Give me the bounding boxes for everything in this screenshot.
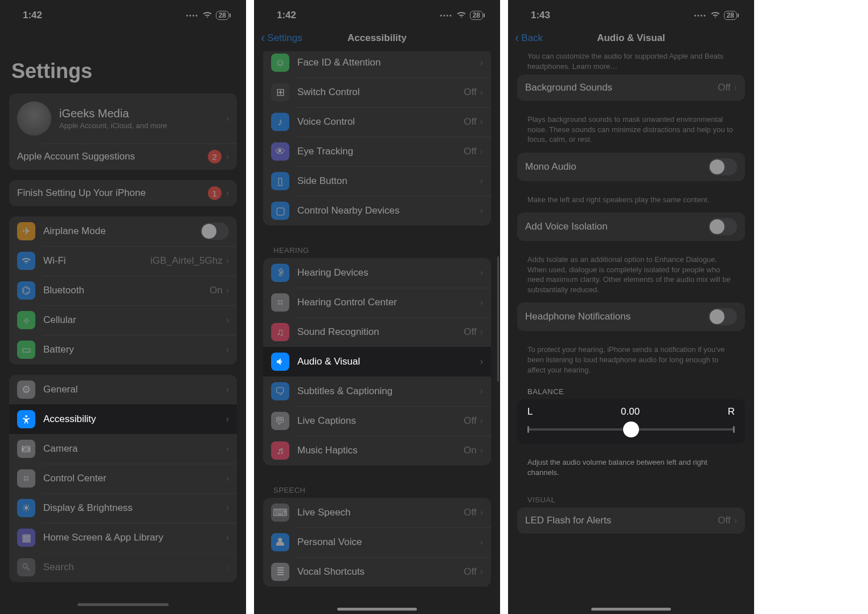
faceid-icon: ☺︎ [271, 54, 289, 72]
row-general[interactable]: ⚙︎ General › [9, 375, 237, 404]
row-control-center[interactable]: ⌗ Control Center › [9, 464, 237, 493]
balance-right-label: R [728, 406, 735, 417]
bg-sounds-footer: Plays background sounds to mask unwanted… [517, 111, 745, 153]
row-hearing-cc[interactable]: ⌗ Hearing Control Center › [263, 288, 491, 317]
physical-group: ☺︎ Face ID & Attention › ⊞ Switch Contro… [263, 51, 491, 226]
chevron-right-icon: › [480, 327, 483, 337]
chevron-right-icon: › [480, 507, 483, 518]
chevron-right-icon: › [226, 285, 229, 296]
mono-toggle[interactable] [709, 158, 737, 175]
row-display-brightness[interactable]: ☀︎ Display & Brightness › [9, 493, 237, 523]
row-cellular[interactable]: ⟐ Cellular › [9, 305, 237, 335]
connectivity-group: ✈︎ Airplane Mode Wi-Fi iGB_Airtel_5Ghz ›… [9, 216, 237, 365]
row-home-screen[interactable]: ▦ Home Screen & App Library › [9, 523, 237, 552]
eye-icon: 👁︎ [271, 142, 289, 161]
person-voice-icon: 👤︎ [271, 533, 289, 551]
row-led-flash[interactable]: LED Flash for Alerts Off › [517, 507, 745, 534]
learn-more-link[interactable]: Learn more… [572, 62, 617, 71]
chevron-right-icon: › [480, 117, 483, 127]
row-audio-visual[interactable]: Audio & Visual › [263, 347, 491, 376]
row-voice-isolation[interactable]: Add Voice Isolation [517, 212, 745, 241]
row-mono-audio[interactable]: Mono Audio [517, 153, 745, 181]
profile-card[interactable]: iGeeks Media Apple Account, iCloud, and … [9, 93, 237, 170]
row-faceid[interactable]: ☺︎ Face ID & Attention › [263, 51, 491, 77]
voice-iso-toggle[interactable] [709, 218, 737, 235]
row-camera[interactable]: 📷︎ Camera › [9, 434, 237, 464]
chevron-right-icon: › [480, 386, 483, 396]
row-hearing-devices[interactable]: 👂︎ Hearing Devices › [263, 258, 491, 288]
airplane-toggle[interactable] [200, 223, 229, 240]
row-bluetooth[interactable]: ⌬ Bluetooth On › [9, 276, 237, 305]
row-battery[interactable]: ▭ Battery › [9, 335, 237, 365]
row-sound-recognition[interactable]: ♫ Sound Recognition Off › [263, 317, 491, 347]
bluetooth-icon: ⌬ [17, 281, 35, 300]
row-control-nearby[interactable]: ▢ Control Nearby Devices › [263, 196, 491, 226]
row-personal-voice[interactable]: 👤︎ Personal Voice › [263, 527, 491, 557]
chevron-left-icon: ‹ [515, 31, 519, 46]
nearby-icon: ▢ [271, 202, 289, 220]
row-switch-control[interactable]: ⊞ Switch Control Off › [263, 77, 491, 107]
chevron-right-icon: › [480, 206, 483, 216]
balance-value: 0.00 [533, 406, 727, 417]
row-accessibility[interactable]: Accessibility › [9, 404, 237, 434]
nav-title: Audio & Visual [508, 32, 754, 44]
row-search[interactable]: 🔍︎ Search › [9, 552, 237, 582]
chevron-left-icon: ‹ [261, 31, 265, 46]
scroll-indicator [77, 603, 169, 606]
row-subtitles[interactable]: 🗨︎ Subtitles & Captioning › [263, 376, 491, 406]
row-music-haptics[interactable]: ♬ Music Haptics On › [263, 436, 491, 465]
battery-icon: 28 [724, 11, 737, 20]
badge: 2 [208, 150, 222, 163]
balance-footer: Adjust the audio volume balance between … [517, 454, 745, 485]
svg-point-0 [25, 415, 27, 417]
chevron-right-icon: › [226, 188, 229, 198]
row-vocal-shortcuts[interactable]: ≣ Vocal Shortcuts Off › [263, 557, 491, 587]
chevron-right-icon: › [226, 444, 229, 454]
home-indicator[interactable] [337, 608, 417, 611]
mono-footer: Make the left and right speakers play th… [517, 191, 745, 213]
row-eye-tracking[interactable]: 👁︎ Eye Tracking Off › [263, 137, 491, 166]
subtitles-icon: 🗨︎ [271, 382, 289, 400]
cellular-dots-icon: •••• [440, 13, 453, 19]
chevron-right-icon: › [226, 533, 229, 543]
chevron-right-icon: › [226, 256, 229, 266]
hp-notif-footer: To protect your hearing, iPhone sends a … [517, 341, 745, 383]
screen-audio-visual: 1:43 •••• 28 ‹ Back Audio & Visual You c… [508, 0, 754, 614]
status-time: 1:42 [23, 10, 42, 21]
chevron-right-icon: › [226, 503, 229, 513]
battery-row-icon: ▭ [17, 341, 35, 359]
row-voice-control[interactable]: ♪ Voice Control Off › [263, 107, 491, 137]
hp-notif-toggle[interactable] [709, 308, 737, 325]
airplane-icon: ✈︎ [17, 222, 35, 240]
chevron-right-icon: › [480, 416, 483, 426]
screen-settings: 1:42 •••• 28 Settings iGeeks Media Apple… [0, 0, 246, 614]
control-center-icon: ⌗ [17, 469, 35, 488]
wifi-icon [202, 10, 212, 22]
finish-setup-card[interactable]: Finish Setting Up Your iPhone 1 › [9, 180, 237, 206]
row-side-button[interactable]: ▯ Side Button › [263, 166, 491, 196]
scrollbar[interactable] [497, 256, 499, 382]
row-airplane-mode[interactable]: ✈︎ Airplane Mode [9, 216, 237, 246]
chevron-right-icon: › [226, 152, 229, 162]
hearing-group: 👂︎ Hearing Devices › ⌗ Hearing Control C… [263, 258, 491, 465]
chevron-right-icon: › [226, 414, 229, 424]
status-time: 1:43 [531, 10, 550, 21]
back-button[interactable]: ‹ Back [515, 31, 543, 46]
chevron-right-icon: › [226, 315, 229, 325]
row-background-sounds[interactable]: Background Sounds Off › [517, 75, 745, 101]
waveform-icon: ≣ [271, 563, 289, 581]
row-live-captions[interactable]: 💬︎ Live Captions Off › [263, 406, 491, 436]
wifi-icon [17, 252, 35, 270]
balance-slider[interactable] [527, 421, 735, 438]
slider-knob[interactable] [623, 421, 639, 437]
section-hearing: HEARING [263, 236, 491, 258]
home-indicator[interactable] [591, 608, 671, 611]
row-headphone-notifications[interactable]: Headphone Notifications [517, 302, 745, 331]
back-button[interactable]: ‹ Settings [261, 31, 302, 46]
apple-account-suggestions[interactable]: Apple Account Suggestions 2 › [9, 144, 237, 170]
row-live-speech[interactable]: ⌨︎ Live Speech Off › [263, 498, 491, 527]
accessibility-icon [17, 410, 35, 428]
profile-sub: Apple Account, iCloud, and more [59, 121, 226, 130]
row-wifi[interactable]: Wi-Fi iGB_Airtel_5Ghz › [9, 246, 237, 276]
screen-accessibility: 1:42 •••• 28 ‹ Settings Accessibility ☺︎… [254, 0, 500, 614]
